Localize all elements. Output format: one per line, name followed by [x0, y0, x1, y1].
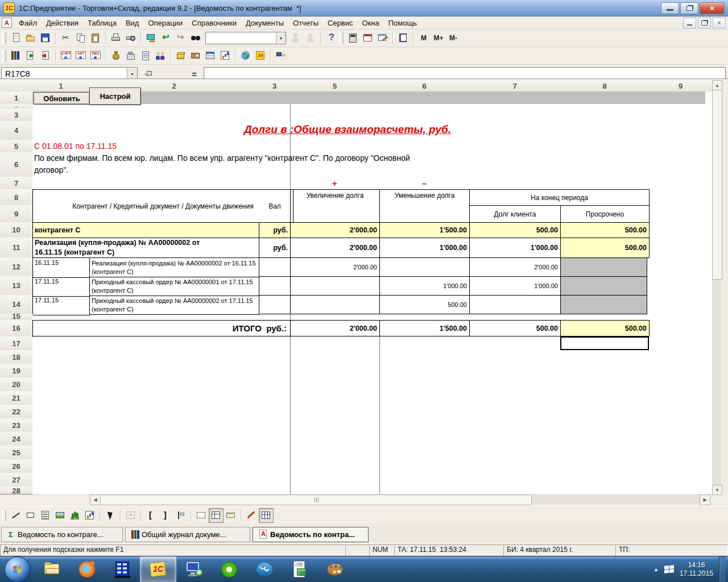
taskbar-firefox[interactable] [69, 557, 105, 582]
row-header-23[interactable]: 23 [0, 418, 33, 433]
group-client-debt-cell[interactable]: 500.00 [470, 223, 561, 238]
show-grid-button[interactable] [259, 508, 274, 523]
print-preview-button[interactable] [123, 31, 138, 45]
windows-flag-icon[interactable] [664, 565, 674, 574]
row-header-21[interactable]: 21 [0, 391, 33, 405]
movement-doc-cell[interactable]: Приходный кассовый ордер № АА00000001 от… [90, 277, 259, 296]
row-header-10[interactable]: 10 [0, 222, 33, 238]
row-header-4[interactable]: 4 [0, 121, 33, 140]
menu-help[interactable]: Помощь [384, 18, 421, 28]
row-header-20[interactable]: 20 [0, 377, 33, 392]
cash-register-button[interactable] [123, 48, 138, 63]
row-header-16[interactable]: 16 [0, 320, 33, 337]
search-dropdown-button[interactable]: ▼ [276, 33, 286, 43]
close-button[interactable]: × [700, 2, 725, 14]
taskbar-archive[interactable] [105, 557, 140, 582]
toolbar-grip[interactable] [2, 50, 6, 61]
select-tool-button[interactable] [103, 508, 118, 523]
report-filters-line2[interactable]: договор". [34, 165, 68, 174]
show-desktop-button[interactable] [719, 556, 726, 582]
group-increase-cell[interactable]: 2'000.00 [291, 223, 380, 238]
movement-increase-cell[interactable] [291, 277, 380, 296]
tray-expand-icon[interactable]: ▲ [653, 567, 659, 572]
plus-sign[interactable]: + [290, 177, 379, 189]
header-end-period-cell[interactable]: На конец периода [470, 190, 650, 206]
movement-date-cell[interactable]: 17.11.15 [33, 296, 90, 315]
find-button[interactable] [188, 31, 203, 45]
show-ruler-button[interactable] [224, 508, 238, 523]
col-header-6[interactable]: 6 [379, 80, 470, 92]
menu-service[interactable]: Сервис [323, 18, 358, 28]
child-minimize-button[interactable] [683, 18, 696, 28]
doc-increase-cell[interactable]: 2'000.00 [291, 238, 380, 258]
bracket-open-button[interactable]: [ [144, 508, 159, 523]
open-button[interactable] [23, 31, 38, 45]
memory-plus-button[interactable]: М+ [431, 31, 446, 45]
row-header-22[interactable]: 22 [0, 405, 33, 419]
taskbar-icq[interactable] [212, 557, 247, 582]
table-section-button[interactable] [123, 508, 138, 523]
cellref-dropdown-button[interactable]: ▼ [127, 68, 137, 80]
taskbar-clock[interactable]: 14:16 17.11.2015 [680, 561, 713, 578]
copy-button[interactable] [73, 31, 88, 45]
row-header-17[interactable]: 17 [0, 336, 33, 351]
settings-button[interactable]: Настрой [89, 88, 141, 105]
toolbar-grip[interactable] [2, 32, 6, 44]
window-tab-2[interactable]: Общий журнал докуме... [125, 527, 250, 542]
movement-overdue-cell[interactable] [561, 258, 647, 277]
movement-decrease-cell[interactable] [380, 258, 470, 277]
minimize-button[interactable] [661, 2, 679, 14]
movement-date-cell[interactable]: 16.11.15 [33, 258, 90, 278]
doc-name-cell[interactable]: Реализация (купля-продажа) № АА00000002 … [33, 238, 259, 258]
movement-doc-cell[interactable]: Реализация (купля-продажа) № АА00000002 … [90, 258, 259, 277]
restore-button[interactable] [680, 2, 698, 14]
total-increase-cell[interactable]: 2'000.00 [291, 321, 380, 336]
memory-minus-button[interactable]: М- [446, 31, 461, 45]
menu-table[interactable]: Таблица [83, 18, 121, 28]
row-header-12[interactable]: 12 [0, 257, 33, 277]
col-header-1[interactable]: 1 [32, 80, 90, 92]
row-header-5[interactable]: 5 [0, 140, 33, 153]
col-header-3[interactable]: 3 [259, 80, 291, 92]
movement-decrease-cell[interactable]: 500.00 [380, 296, 470, 314]
row-header-7[interactable]: 7 [0, 177, 33, 190]
kkm-button[interactable] [188, 48, 203, 63]
total-label-cell[interactable]: ИТОГО руб.: [33, 321, 291, 336]
section-names-button[interactable] [173, 508, 188, 523]
horizontal-scroll-thumb[interactable] [100, 494, 532, 505]
menu-catalogs[interactable]: Справочники [187, 18, 241, 28]
col-header-5[interactable]: 5 [290, 80, 380, 92]
journals-button[interactable] [9, 48, 23, 63]
workplace-button[interactable] [274, 48, 288, 63]
row-header-19[interactable]: 19 [0, 364, 33, 378]
refresh-button[interactable]: Обновить [34, 92, 90, 105]
draw-line-button[interactable] [9, 508, 23, 523]
doc-client-debt-cell[interactable]: 1'000.00 [470, 238, 561, 258]
menu-windows[interactable]: Окна [358, 18, 384, 28]
cut-button[interactable] [59, 31, 73, 45]
row-header-28-clipped[interactable]: 28 [0, 487, 33, 494]
menu-actions[interactable]: Действия [42, 18, 83, 28]
movement-client-debt-cell[interactable] [470, 296, 561, 314]
scroll-left-button[interactable]: ◀ [90, 494, 101, 505]
row-header-11[interactable]: 11 [0, 238, 33, 258]
header-entity-cell[interactable]: Контрагент / Кредитный документ / Докуме… [33, 190, 293, 223]
col-header-9[interactable]: 9 [649, 80, 713, 92]
insert-chart-button[interactable] [82, 508, 97, 523]
window-tab-3-active[interactable]: Ведомость по контра... [253, 527, 369, 542]
waybill-button[interactable] [138, 48, 153, 63]
row-header-13[interactable]: 13 [0, 276, 33, 296]
movement-date-cell[interactable]: 17.11.15 [33, 277, 90, 297]
header-increase-cell[interactable]: Увеличение долга [291, 190, 380, 223]
undo-button[interactable] [159, 31, 173, 45]
scroll-right-button[interactable]: ▶ [700, 494, 710, 505]
taskbar-1c-active[interactable]: 1С [140, 556, 176, 582]
scroll-down-button[interactable]: ▼ [712, 485, 722, 495]
movement-doc-cell[interactable]: Приходный кассовый ордер № АА00000002 от… [90, 296, 259, 315]
save-button[interactable] [38, 31, 53, 45]
row-header-1[interactable]: 1 [0, 92, 33, 105]
report-filters-line1[interactable]: По всем фирмам. По всем юр. лицам. По вс… [34, 153, 410, 163]
col-header-8[interactable]: 8 [560, 80, 650, 92]
menu-documents[interactable]: Документы [241, 18, 288, 28]
child-close-button[interactable]: × [713, 18, 726, 28]
